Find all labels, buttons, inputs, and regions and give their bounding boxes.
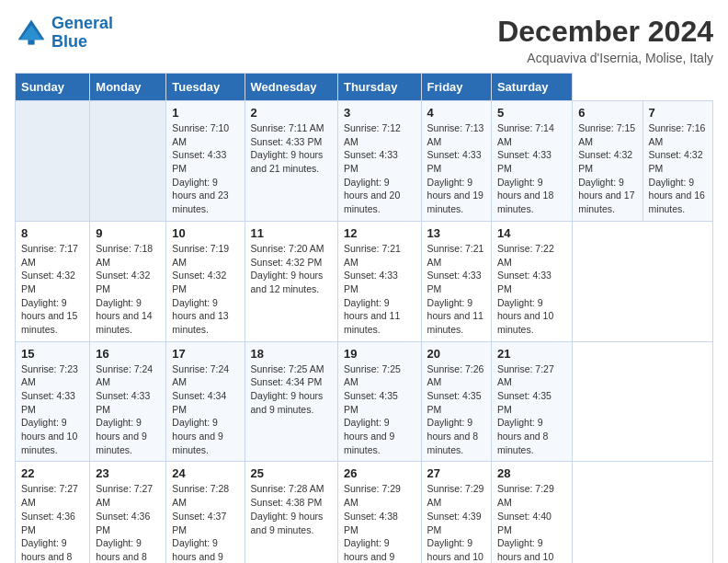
calendar-week-1: 1Sunrise: 7:10 AMSunset: 4:33 PMDaylight… bbox=[16, 101, 713, 222]
calendar-table: SundayMondayTuesdayWednesdayThursdayFrid… bbox=[15, 73, 713, 563]
day-info: Sunrise: 7:27 AMSunset: 4:35 PMDaylight:… bbox=[497, 362, 566, 457]
day-info: Sunrise: 7:18 AMSunset: 4:32 PMDaylight:… bbox=[96, 242, 160, 337]
day-cell: 4Sunrise: 7:13 AMSunset: 4:33 PMDaylight… bbox=[421, 101, 491, 222]
day-number: 26 bbox=[344, 466, 415, 480]
day-number: 19 bbox=[344, 347, 415, 361]
day-cell: 27Sunrise: 7:29 AMSunset: 4:39 PMDayligh… bbox=[421, 462, 491, 563]
day-info: Sunrise: 7:20 AMSunset: 4:32 PMDaylight:… bbox=[251, 242, 332, 296]
day-number: 13 bbox=[427, 226, 485, 240]
day-info: Sunrise: 7:11 AMSunset: 4:33 PMDaylight:… bbox=[251, 121, 332, 176]
day-info: Sunrise: 7:24 AMSunset: 4:33 PMDaylight:… bbox=[96, 362, 160, 457]
day-cell: 1Sunrise: 7:10 AMSunset: 4:33 PMDaylight… bbox=[166, 101, 245, 222]
day-number: 21 bbox=[497, 347, 566, 361]
day-info: Sunrise: 7:10 AMSunset: 4:33 PMDaylight:… bbox=[172, 121, 238, 216]
day-cell: 22Sunrise: 7:27 AMSunset: 4:36 PMDayligh… bbox=[16, 462, 90, 563]
day-info: Sunrise: 7:14 AMSunset: 4:33 PMDaylight:… bbox=[497, 121, 566, 216]
header-friday: Friday bbox=[421, 74, 491, 101]
day-number: 22 bbox=[21, 466, 84, 480]
day-cell: 13Sunrise: 7:21 AMSunset: 4:33 PMDayligh… bbox=[421, 221, 491, 341]
day-cell: 8Sunrise: 7:17 AMSunset: 4:32 PMDaylight… bbox=[16, 221, 90, 341]
day-info: Sunrise: 7:15 AMSunset: 4:32 PMDaylight:… bbox=[578, 121, 636, 216]
day-info: Sunrise: 7:28 AMSunset: 4:38 PMDaylight:… bbox=[251, 482, 332, 536]
logo-text: General Blue bbox=[51, 15, 113, 52]
calendar-week-4: 22Sunrise: 7:27 AMSunset: 4:36 PMDayligh… bbox=[16, 462, 713, 563]
day-info: Sunrise: 7:22 AMSunset: 4:33 PMDaylight:… bbox=[497, 242, 566, 337]
day-cell: 26Sunrise: 7:29 AMSunset: 4:38 PMDayligh… bbox=[337, 462, 421, 563]
header-monday: Monday bbox=[90, 74, 166, 101]
day-number: 11 bbox=[251, 226, 332, 240]
day-cell: 15Sunrise: 7:23 AMSunset: 4:33 PMDayligh… bbox=[16, 341, 90, 462]
day-info: Sunrise: 7:29 AMSunset: 4:38 PMDaylight:… bbox=[344, 482, 415, 563]
day-info: Sunrise: 7:16 AMSunset: 4:32 PMDaylight:… bbox=[649, 121, 707, 216]
day-number: 14 bbox=[497, 226, 566, 240]
day-cell: 16Sunrise: 7:24 AMSunset: 4:33 PMDayligh… bbox=[90, 341, 166, 462]
day-cell: 20Sunrise: 7:26 AMSunset: 4:35 PMDayligh… bbox=[421, 341, 491, 462]
day-number: 15 bbox=[21, 347, 84, 361]
day-info: Sunrise: 7:24 AMSunset: 4:34 PMDaylight:… bbox=[172, 362, 238, 457]
svg-rect-2 bbox=[28, 40, 34, 44]
day-cell: 21Sunrise: 7:27 AMSunset: 4:35 PMDayligh… bbox=[491, 341, 572, 462]
day-info: Sunrise: 7:25 AMSunset: 4:34 PMDaylight:… bbox=[251, 362, 332, 417]
month-title: December 2024 bbox=[497, 15, 713, 49]
day-info: Sunrise: 7:26 AMSunset: 4:35 PMDaylight:… bbox=[427, 362, 485, 457]
day-info: Sunrise: 7:27 AMSunset: 4:36 PMDaylight:… bbox=[21, 482, 84, 563]
day-cell: 14Sunrise: 7:22 AMSunset: 4:33 PMDayligh… bbox=[491, 221, 572, 341]
logo-icon bbox=[15, 17, 48, 50]
day-cell: 11Sunrise: 7:20 AMSunset: 4:32 PMDayligh… bbox=[245, 221, 337, 341]
day-number: 24 bbox=[172, 466, 238, 480]
header-tuesday: Tuesday bbox=[166, 74, 245, 101]
day-cell: 25Sunrise: 7:28 AMSunset: 4:38 PMDayligh… bbox=[245, 462, 337, 563]
day-number: 27 bbox=[427, 466, 485, 480]
day-number: 4 bbox=[427, 106, 485, 120]
day-info: Sunrise: 7:28 AMSunset: 4:37 PMDaylight:… bbox=[172, 482, 238, 563]
day-cell: 3Sunrise: 7:12 AMSunset: 4:33 PMDaylight… bbox=[337, 101, 421, 222]
day-number: 12 bbox=[344, 226, 415, 240]
day-info: Sunrise: 7:13 AMSunset: 4:33 PMDaylight:… bbox=[427, 121, 485, 216]
location: Acquaviva d'Isernia, Molise, Italy bbox=[497, 51, 713, 65]
header-sunday: Sunday bbox=[16, 74, 90, 101]
day-info: Sunrise: 7:29 AMSunset: 4:39 PMDaylight:… bbox=[427, 482, 485, 563]
day-cell: 28Sunrise: 7:29 AMSunset: 4:40 PMDayligh… bbox=[491, 462, 572, 563]
header-saturday: Saturday bbox=[491, 74, 572, 101]
header-thursday: Thursday bbox=[337, 74, 421, 101]
day-info: Sunrise: 7:12 AMSunset: 4:33 PMDaylight:… bbox=[344, 121, 415, 216]
day-number: 8 bbox=[21, 226, 84, 240]
day-number: 9 bbox=[96, 226, 160, 240]
empty-cell bbox=[90, 101, 166, 222]
day-cell: 6Sunrise: 7:15 AMSunset: 4:32 PMDaylight… bbox=[573, 101, 643, 222]
day-number: 25 bbox=[251, 466, 332, 480]
day-number: 3 bbox=[344, 106, 415, 120]
day-info: Sunrise: 7:17 AMSunset: 4:32 PMDaylight:… bbox=[21, 242, 84, 337]
day-info: Sunrise: 7:27 AMSunset: 4:36 PMDaylight:… bbox=[96, 482, 160, 563]
day-cell: 18Sunrise: 7:25 AMSunset: 4:34 PMDayligh… bbox=[245, 341, 337, 462]
calendar-week-3: 15Sunrise: 7:23 AMSunset: 4:33 PMDayligh… bbox=[16, 341, 713, 462]
day-number: 23 bbox=[96, 466, 160, 480]
day-info: Sunrise: 7:25 AMSunset: 4:35 PMDaylight:… bbox=[344, 362, 415, 457]
day-cell: 17Sunrise: 7:24 AMSunset: 4:34 PMDayligh… bbox=[166, 341, 245, 462]
day-info: Sunrise: 7:23 AMSunset: 4:33 PMDaylight:… bbox=[21, 362, 84, 457]
day-info: Sunrise: 7:21 AMSunset: 4:33 PMDaylight:… bbox=[344, 242, 415, 337]
day-number: 28 bbox=[497, 466, 566, 480]
day-number: 2 bbox=[251, 106, 332, 120]
day-cell: 9Sunrise: 7:18 AMSunset: 4:32 PMDaylight… bbox=[90, 221, 166, 341]
day-number: 6 bbox=[578, 106, 636, 120]
day-number: 5 bbox=[497, 106, 566, 120]
calendar-week-2: 8Sunrise: 7:17 AMSunset: 4:32 PMDaylight… bbox=[16, 221, 713, 341]
day-info: Sunrise: 7:19 AMSunset: 4:32 PMDaylight:… bbox=[172, 242, 238, 337]
logo: General Blue bbox=[15, 15, 113, 52]
day-info: Sunrise: 7:29 AMSunset: 4:40 PMDaylight:… bbox=[497, 482, 566, 563]
day-number: 10 bbox=[172, 226, 238, 240]
title-block: December 2024 Acquaviva d'Isernia, Molis… bbox=[497, 15, 713, 65]
day-cell: 2Sunrise: 7:11 AMSunset: 4:33 PMDaylight… bbox=[245, 101, 337, 222]
day-cell: 19Sunrise: 7:25 AMSunset: 4:35 PMDayligh… bbox=[337, 341, 421, 462]
header-wednesday: Wednesday bbox=[245, 74, 337, 101]
day-cell: 7Sunrise: 7:16 AMSunset: 4:32 PMDaylight… bbox=[643, 101, 712, 222]
day-cell: 12Sunrise: 7:21 AMSunset: 4:33 PMDayligh… bbox=[337, 221, 421, 341]
day-number: 1 bbox=[172, 106, 238, 120]
page-header: General Blue December 2024 Acquaviva d'I… bbox=[15, 15, 713, 65]
day-number: 16 bbox=[96, 347, 160, 361]
day-info: Sunrise: 7:21 AMSunset: 4:33 PMDaylight:… bbox=[427, 242, 485, 337]
day-cell: 10Sunrise: 7:19 AMSunset: 4:32 PMDayligh… bbox=[166, 221, 245, 341]
day-number: 7 bbox=[649, 106, 707, 120]
day-number: 17 bbox=[172, 347, 238, 361]
